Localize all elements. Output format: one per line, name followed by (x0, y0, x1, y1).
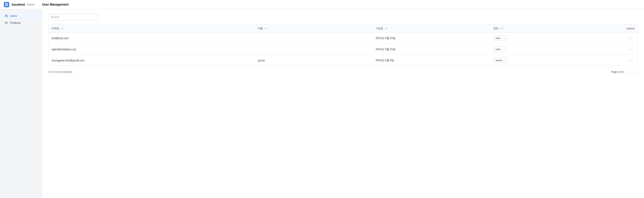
col-header-actions: Actions (579, 24, 638, 33)
sidebar-item-products[interactable]: Products (2, 20, 40, 26)
role-dropdown[interactable]: useradmin ⌄ (493, 36, 507, 41)
row-actions-button[interactable]: ··· (628, 35, 634, 41)
search-container (48, 14, 638, 20)
main-layout: Users Products (0, 9, 644, 198)
logo-icon (4, 2, 9, 7)
pagination: Page 1 of 1 ‹ › (612, 69, 638, 74)
cell-joined: 2024년 5월 24일 (372, 33, 490, 44)
chevron-down-icon: ⌄ (504, 59, 505, 61)
products-icon (4, 21, 8, 25)
cell-email: seonggwan.lee@gmail.com (48, 55, 255, 66)
cell-name (255, 33, 372, 44)
role-dropdown[interactable]: useradmin ⌄ (493, 47, 507, 52)
sidebar-item-users[interactable]: Users (2, 13, 40, 19)
page-title: User Management (42, 3, 68, 6)
users-icon (4, 14, 8, 18)
role-dropdown[interactable]: useradmin ⌄ (493, 58, 507, 63)
row-actions-button[interactable]: ··· (628, 46, 634, 52)
users-table: 이메일 ▲▼ 이름 ▲▼ (48, 24, 638, 66)
col-header-email[interactable]: 이메일 ▲▼ (48, 24, 255, 33)
cell-actions[interactable]: ··· (579, 44, 638, 55)
cell-joined: 2024년 5월 9일 (372, 55, 490, 66)
chevron-down-icon: ⌄ (504, 37, 505, 39)
svg-rect-3 (7, 5, 8, 6)
table-header-row: 이메일 ▲▼ 이름 ▲▼ (48, 24, 638, 33)
role-sort-icon: ▲▼ (500, 28, 503, 29)
cell-role[interactable]: useradmin ⌄ (490, 55, 579, 66)
search-input[interactable] (48, 14, 98, 20)
cell-name (255, 44, 372, 55)
svg-rect-0 (5, 3, 6, 5)
col-header-joined[interactable]: 가입일 ▲▼ (372, 24, 490, 33)
selection-count: 0 of 3 row(s) selected. (48, 70, 73, 73)
name-sort-icon: ▲▼ (264, 28, 268, 29)
app-header: SaasMold Admin User Management (0, 0, 644, 9)
cell-name: sg lee (255, 55, 372, 66)
row-actions-button[interactable]: ··· (628, 58, 634, 63)
col-header-name[interactable]: 이름 ▲▼ (255, 24, 372, 33)
email-sort-icon: ▲▼ (60, 28, 64, 29)
cell-joined: 2024년 5월 21일 (372, 44, 490, 55)
role-select-input[interactable]: useradmin (496, 48, 502, 51)
next-page-button[interactable]: › (632, 69, 638, 74)
table-row: seonggwan.lee@gmail.comsg lee2024년 5월 9일… (48, 55, 638, 66)
cell-role[interactable]: useradmin ⌄ (490, 44, 579, 55)
svg-rect-1 (7, 3, 8, 5)
cell-actions[interactable]: ··· (579, 55, 638, 66)
svg-rect-2 (5, 5, 6, 6)
joined-sort-icon: ▲▼ (385, 28, 388, 29)
cell-email: sglee@chatopus.xyz (48, 44, 255, 55)
col-header-role[interactable]: 권한 ▲▼ (490, 24, 579, 33)
sidebar: Users Products (0, 9, 42, 198)
cell-role[interactable]: useradmin ⌄ (490, 33, 579, 44)
sidebar-users-label: Users (10, 14, 17, 18)
brand-name: SaasMold (12, 3, 25, 6)
table-row: test@test.com2024년 5월 24일 useradmin ⌄ ··… (48, 33, 638, 44)
svg-point-4 (5, 15, 6, 16)
cell-email: test@test.com (48, 33, 255, 44)
main-content: 이메일 ▲▼ 이름 ▲▼ (42, 9, 644, 198)
cell-actions[interactable]: ··· (579, 33, 638, 44)
chevron-down-icon: ⌄ (504, 48, 505, 50)
prev-page-button[interactable]: ‹ (626, 69, 631, 74)
sidebar-products-label: Products (10, 21, 20, 24)
table-footer: 0 of 3 row(s) selected. Page 1 of 1 ‹ › (48, 69, 638, 74)
table-row: sglee@chatopus.xyz2024년 5월 21일 useradmin… (48, 44, 638, 55)
pagination-label: Page 1 of 1 (612, 70, 624, 73)
role-select-input[interactable]: useradmin (496, 37, 502, 40)
role-select-input[interactable]: useradmin (496, 59, 502, 62)
header-role: Admin (27, 3, 34, 6)
